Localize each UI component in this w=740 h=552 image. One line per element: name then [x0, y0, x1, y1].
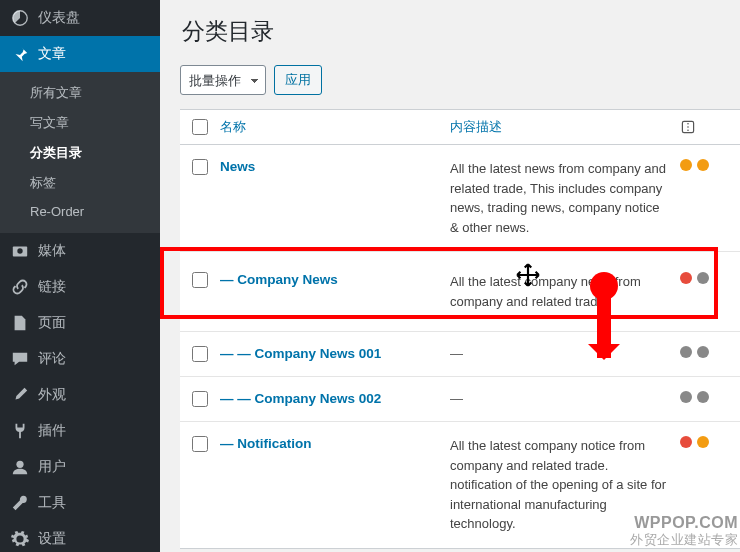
table-header: 名称 内容描述: [180, 110, 740, 145]
row-checkbox[interactable]: [192, 272, 208, 288]
menu-appearance-label: 外观: [38, 386, 66, 404]
watermark: WPPOP.COM 外贸企业建站专家: [630, 513, 738, 548]
menu-tools[interactable]: 工具: [0, 485, 160, 521]
menu-settings-label: 设置: [38, 530, 66, 548]
svg-point-7: [687, 126, 689, 128]
row-checkbox[interactable]: [192, 159, 208, 175]
menu-plugins[interactable]: 插件: [0, 413, 160, 449]
menu-plugins-label: 插件: [38, 422, 66, 440]
menu-comments[interactable]: 评论: [0, 341, 160, 377]
dashboard-icon: [10, 8, 30, 28]
camera-icon: [10, 241, 30, 261]
submenu-categories[interactable]: 分类目录: [0, 138, 160, 168]
page-title: 分类目录: [182, 16, 740, 47]
category-link[interactable]: — — Company News 002: [220, 391, 381, 406]
annotation-arrow-down: [597, 286, 611, 358]
wrench-icon: [10, 493, 30, 513]
row-checkbox[interactable]: [192, 391, 208, 407]
col-name-header[interactable]: 名称: [220, 119, 246, 134]
category-link[interactable]: — Notification: [220, 436, 312, 451]
status-dots: [680, 346, 709, 358]
submenu-new-post[interactable]: 写文章: [0, 108, 160, 138]
row-checkbox[interactable]: [192, 436, 208, 452]
menu-posts[interactable]: 文章: [0, 36, 160, 72]
select-all-checkbox[interactable]: [192, 119, 208, 135]
menu-posts-label: 文章: [38, 45, 66, 63]
admin-sidebar: 仪表盘 文章 所有文章 写文章 分类目录 标签 Re-Order 媒体 链接 页…: [0, 0, 160, 552]
menu-users[interactable]: 用户: [0, 449, 160, 485]
menu-dashboard-label: 仪表盘: [38, 9, 80, 27]
category-desc: All the latest news from company and rel…: [450, 161, 666, 235]
category-desc: —: [450, 346, 463, 361]
pin-icon: [10, 44, 30, 64]
page-icon: [10, 313, 30, 333]
svg-point-8: [687, 129, 689, 131]
menu-pages-label: 页面: [38, 314, 66, 332]
menu-media-label: 媒体: [38, 242, 66, 260]
svg-point-3: [16, 461, 23, 468]
row-checkbox[interactable]: [192, 346, 208, 362]
plug-icon: [10, 421, 30, 441]
menu-appearance[interactable]: 外观: [0, 377, 160, 413]
category-link[interactable]: News: [220, 159, 255, 174]
bulk-action-select[interactable]: 批量操作: [180, 65, 266, 95]
menu-links[interactable]: 链接: [0, 269, 160, 305]
user-icon: [10, 457, 30, 477]
link-icon: [10, 277, 30, 297]
watermark-brand: WPPOP.COM: [634, 514, 738, 531]
category-link[interactable]: — Company News: [220, 272, 338, 287]
categories-table: 名称 内容描述 News All the latest news from co…: [180, 109, 740, 549]
comment-icon: [10, 349, 30, 369]
menu-links-label: 链接: [38, 278, 66, 296]
status-dots: [680, 436, 709, 448]
apply-button[interactable]: 应用: [274, 65, 322, 95]
table-row[interactable]: News All the latest news from company an…: [180, 145, 740, 252]
submenu-tags[interactable]: 标签: [0, 168, 160, 198]
table-row[interactable]: — — Company News 001 —: [180, 332, 740, 377]
watermark-tag: 外贸企业建站专家: [630, 532, 738, 547]
menu-users-label: 用户: [38, 458, 66, 476]
annotation-move-cursor-icon: [515, 262, 541, 288]
submenu-reorder[interactable]: Re-Order: [0, 198, 160, 225]
menu-pages[interactable]: 页面: [0, 305, 160, 341]
content-area: 分类目录 批量操作 应用 名称 内容描述 News All the latest…: [160, 0, 740, 552]
gear-icon: [10, 529, 30, 549]
menu-media[interactable]: 媒体: [0, 233, 160, 269]
table-row[interactable]: — Company News All the latest company ne…: [180, 252, 740, 332]
col-desc-header[interactable]: 内容描述: [450, 119, 502, 134]
brush-icon: [10, 385, 30, 405]
status-dots: [680, 391, 709, 403]
menu-comments-label: 评论: [38, 350, 66, 368]
menu-dashboard[interactable]: 仪表盘: [0, 0, 160, 36]
svg-point-2: [17, 248, 22, 253]
table-row[interactable]: — — Company News 002 —: [180, 377, 740, 422]
category-desc: —: [450, 391, 463, 406]
menu-settings[interactable]: 设置: [0, 521, 160, 552]
submenu-all-posts[interactable]: 所有文章: [0, 78, 160, 108]
status-dots: [680, 159, 709, 171]
svg-point-6: [687, 123, 689, 125]
tablenav: 批量操作 应用: [180, 65, 740, 95]
status-dots: [680, 272, 709, 284]
posts-submenu: 所有文章 写文章 分类目录 标签 Re-Order: [0, 72, 160, 233]
col-indicator-header: [680, 119, 740, 135]
category-link[interactable]: — — Company News 001: [220, 346, 381, 361]
menu-tools-label: 工具: [38, 494, 66, 512]
